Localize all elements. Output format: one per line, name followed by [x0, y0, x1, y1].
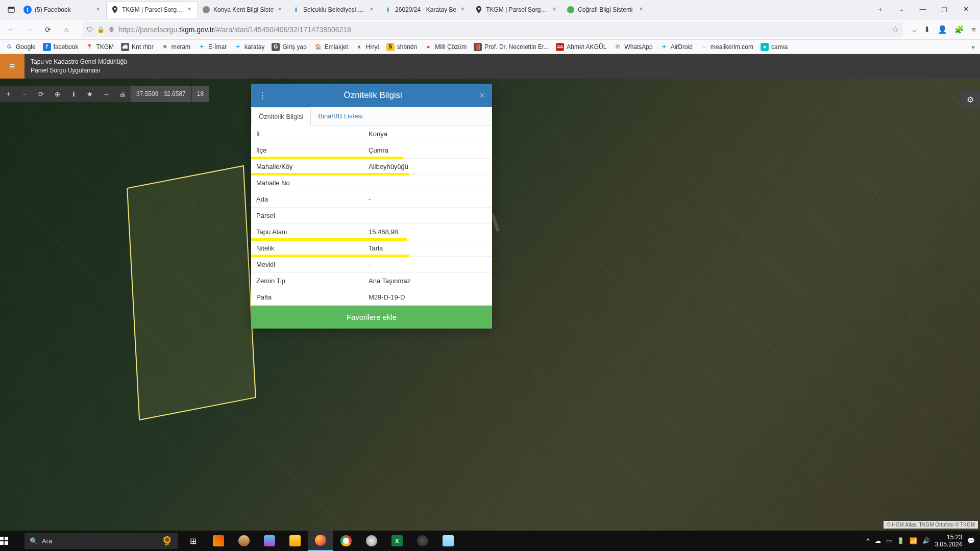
- taskbar-app-firefox[interactable]: [308, 531, 333, 551]
- permissions-icon[interactable]: ⚙: [109, 26, 114, 33]
- search-icon: 🔍: [30, 537, 38, 545]
- attr-row-mahalle: Mahalle/KöyAlibeyhüyüğü: [251, 159, 492, 175]
- bookmark-girisyap[interactable]: GGiriş yap: [272, 43, 306, 51]
- zoom-out-button[interactable]: −: [16, 90, 33, 98]
- taskbar-app-excel[interactable]: X: [385, 531, 409, 551]
- modal-header[interactable]: ⋮ Öznitelik Bilgisi ×: [251, 84, 492, 107]
- tab-list-button[interactable]: ⌄: [894, 5, 909, 14]
- start-button[interactable]: [0, 537, 24, 545]
- bookmark-canva[interactable]: ●canva: [761, 43, 788, 51]
- bookmark-kntrhbr[interactable]: 🏙Knt rhbr: [121, 43, 154, 51]
- tab-selcuklu[interactable]: Selçuklu Belediyesi - E ×: [288, 1, 380, 18]
- notifications-icon[interactable]: 💬: [967, 537, 975, 544]
- taskbar-app-explorer[interactable]: [283, 531, 307, 551]
- tab-bina[interactable]: Bina/BB Listesi: [311, 107, 370, 126]
- back-button[interactable]: ←: [4, 22, 18, 37]
- selected-parcel-outline[interactable]: [127, 165, 256, 420]
- close-icon[interactable]: ×: [637, 6, 645, 14]
- tray-volume-icon[interactable]: 🔊: [922, 537, 930, 544]
- bookmark-karatay[interactable]: ✦karatay: [234, 43, 264, 51]
- tray-battery-icon[interactable]: 🔋: [897, 537, 904, 544]
- extensions-icon[interactable]: 🧩: [954, 25, 964, 34]
- taskbar-app-chrome[interactable]: [334, 531, 358, 551]
- window-minimize-button[interactable]: —: [916, 5, 930, 14]
- taskbar-app-1[interactable]: [206, 531, 231, 551]
- print-button[interactable]: 🖨: [114, 90, 131, 98]
- tray-wifi-icon[interactable]: 📶: [910, 537, 917, 544]
- taskbar-app-3[interactable]: [257, 531, 282, 551]
- close-icon[interactable]: ×: [276, 6, 284, 14]
- modal-close-icon[interactable]: ×: [479, 90, 485, 101]
- bookmark-whatsapp[interactable]: ✆WhatsApp: [614, 43, 652, 51]
- tray-overflow-icon[interactable]: ^: [867, 537, 870, 544]
- tab-konya-kent[interactable]: Konya Kent Bilgi Siste ×: [198, 1, 288, 18]
- bookmark-google[interactable]: GGoogle: [5, 43, 36, 51]
- close-icon[interactable]: ×: [458, 6, 467, 14]
- svg-rect-11: [5, 541, 8, 545]
- tab-karatay[interactable]: 26020/24 - Karatay Be ×: [380, 1, 471, 18]
- bookmark-mealikerim[interactable]: ○mealikerim.com: [700, 43, 753, 51]
- taskbar-app-6[interactable]: [359, 531, 384, 551]
- locate-button[interactable]: ⊕: [49, 90, 65, 98]
- recent-tabs-button[interactable]: [3, 3, 19, 17]
- url-bar[interactable]: 🛡 🔒 ⚙ https://parselsorgu.tkgm.gov.tr/#/…: [83, 22, 903, 37]
- attr-row-ilce: İlçeÇumra: [251, 142, 492, 159]
- taskbar-app-8[interactable]: [410, 531, 435, 551]
- account-icon[interactable]: 👤: [938, 25, 947, 34]
- app-menu-toggle[interactable]: ≡: [0, 54, 24, 79]
- tab-oznitelik[interactable]: Öznitelik Bilgisi: [251, 107, 311, 126]
- bookmark-tkgm[interactable]: 📍TKGM: [85, 43, 114, 51]
- bookmark-necmettin[interactable]: 📕Prof. Dr. Necmettin Er...: [474, 43, 549, 51]
- map-zoom-level: 18: [192, 86, 209, 102]
- window-maximize-button[interactable]: ▢: [937, 5, 951, 14]
- taskbar-clock[interactable]: 15:23 3.05.2024: [935, 534, 962, 548]
- tab-facebook[interactable]: f (5) Facebook ×: [19, 1, 106, 18]
- tray-meet-icon[interactable]: ▭: [886, 537, 892, 544]
- tab-cografi[interactable]: Coğrafi Bilgi Sistemi ×: [562, 1, 649, 18]
- attr-row-il: İlKonya: [251, 126, 492, 142]
- forward-button[interactable]: →: [22, 22, 37, 37]
- close-icon[interactable]: ×: [94, 6, 102, 14]
- window-close-button[interactable]: ✕: [959, 5, 973, 14]
- taskview-button[interactable]: ⊞: [181, 531, 205, 551]
- info-button[interactable]: ℹ: [65, 90, 82, 98]
- bookmark-star-icon[interactable]: ☆: [892, 24, 899, 34]
- bookmark-shbndn[interactable]: Sshbndn: [386, 43, 417, 51]
- bookmark-ahmetakgul[interactable]: AAAhmet AKGÜL: [556, 43, 606, 51]
- taskbar-search[interactable]: 🔍 Ara 🌻: [24, 533, 178, 549]
- favorites-add-button[interactable]: Favorilere ekle: [251, 306, 492, 329]
- refresh-map-button[interactable]: ⟳: [33, 90, 49, 98]
- tab-tkgm-2[interactable]: TKGM | Parsel Sorgu U ×: [471, 1, 562, 18]
- bookmark-eimar[interactable]: ✦E-İmar: [198, 43, 227, 51]
- close-icon[interactable]: ×: [368, 6, 376, 14]
- svg-rect-8: [0, 537, 4, 540]
- pocket-icon[interactable]: ⌵: [912, 25, 917, 34]
- tray-onedrive-icon[interactable]: ☁: [875, 537, 881, 544]
- bookmark-meram[interactable]: ✳meram: [161, 43, 190, 51]
- map-settings-button[interactable]: ⚙: [961, 90, 980, 109]
- downloads-icon[interactable]: ⬇: [924, 25, 930, 34]
- taskbar-app-paint[interactable]: [232, 531, 256, 551]
- measure-button[interactable]: ↔: [98, 90, 114, 98]
- bookmark-emlakjet[interactable]: 🏠Emlakjet: [314, 43, 348, 51]
- reload-button[interactable]: ⟳: [41, 22, 55, 37]
- bookmark-hrryt[interactable]: ∧Hrryt: [355, 43, 379, 51]
- bookmark-facebook[interactable]: ffacebook: [43, 43, 79, 51]
- bookmarks-overflow-button[interactable]: »: [971, 43, 975, 51]
- facebook-icon: f: [23, 6, 32, 14]
- app-header: ≡ Tapu ve Kadastro Genel Müdürlüğü Parse…: [0, 54, 980, 79]
- close-icon[interactable]: ×: [550, 6, 558, 14]
- new-tab-button[interactable]: ＋: [873, 5, 887, 14]
- bookmark-millicozum[interactable]: ●Milli Çözüm: [424, 43, 467, 51]
- app-menu-button[interactable]: ≡: [971, 25, 976, 34]
- close-icon[interactable]: ×: [185, 6, 193, 14]
- tab-tkgm-active[interactable]: TKGM | Parsel Sorgu U ×: [106, 1, 198, 18]
- favorite-button[interactable]: ★: [82, 90, 98, 98]
- home-button[interactable]: ⌂: [59, 22, 74, 37]
- zoom-in-button[interactable]: ＋: [0, 89, 16, 98]
- bookmark-airdroid[interactable]: ✈AirDroid: [660, 43, 693, 51]
- taskbar-app-9[interactable]: [436, 531, 460, 551]
- attr-row-tapualani: Tapu Alanı15.468,98: [251, 224, 492, 240]
- modal-menu-icon[interactable]: ⋮: [258, 91, 266, 101]
- map-canvas[interactable]: emlakjet.com ＋ − ⟳ ⊕ ℹ ★ ↔ 🖨 37.5509 : 3…: [0, 79, 980, 531]
